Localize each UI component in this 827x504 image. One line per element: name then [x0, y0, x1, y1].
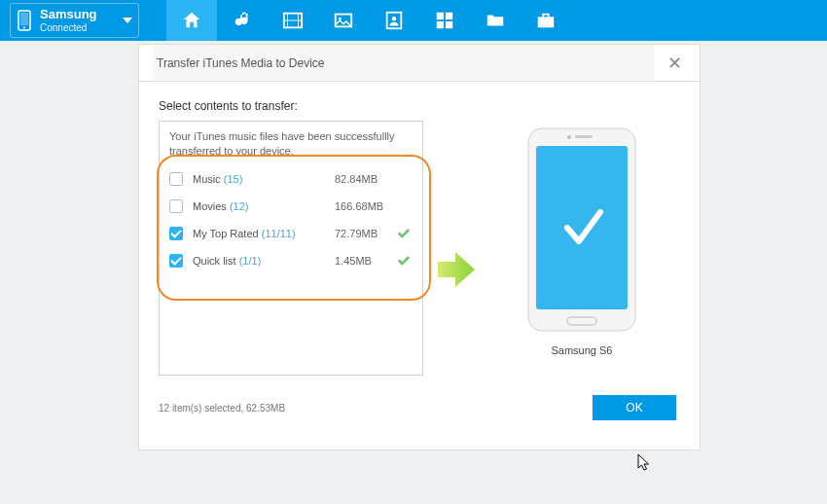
nav-video[interactable]	[268, 0, 318, 41]
checkbox-checked[interactable]	[169, 254, 183, 268]
list-row[interactable]: Movies (12) 166.68MB	[160, 193, 422, 220]
transfer-modal: Transfer iTunes Media to Device ✕ Select…	[138, 44, 701, 450]
arrow-right-icon	[432, 246, 479, 293]
modal-header: Transfer iTunes Media to Device ✕	[139, 45, 700, 82]
list-row[interactable]: My Top Rated (11/11) 72.79MB	[160, 220, 422, 247]
content-area: Transfer iTunes Media to Device ✕ Select…	[0, 41, 827, 504]
nav-photos[interactable]	[318, 0, 369, 41]
status-message: Your iTunes music files have been succes…	[160, 122, 422, 165]
device-selector[interactable]: Samsung Connected	[10, 3, 139, 37]
svg-rect-14	[445, 21, 451, 28]
check-icon	[395, 228, 413, 238]
folder-icon	[485, 10, 506, 31]
svg-rect-11	[436, 13, 443, 19]
nav-files[interactable]	[470, 0, 521, 41]
music-icon	[232, 10, 253, 31]
row-label: Movies (12)	[193, 200, 335, 212]
nav-bar	[166, 0, 571, 41]
checkbox[interactable]	[169, 172, 183, 186]
row-size: 72.79MB	[335, 228, 395, 239]
list-row[interactable]: Music (15) 82.84MB	[160, 165, 422, 193]
topbar: Samsung Connected	[0, 0, 827, 41]
home-icon	[181, 10, 202, 31]
svg-rect-15	[537, 17, 554, 27]
ok-button[interactable]: OK	[593, 395, 676, 420]
device-status: Connected	[40, 22, 97, 33]
chevron-down-icon	[123, 18, 132, 23]
apps-icon	[434, 10, 455, 31]
row-label: My Top Rated (11/11)	[193, 228, 335, 239]
selection-summary: 12 item(s) selected, 62.53MB	[159, 403, 285, 414]
svg-rect-1	[20, 13, 28, 25]
target-device-pane: Samsung S6	[499, 121, 665, 356]
nav-home[interactable]	[166, 0, 217, 41]
mouse-cursor	[637, 453, 653, 473]
phone-illustration	[524, 125, 639, 335]
row-size: 1.45MB	[335, 255, 395, 267]
list-row[interactable]: Quick list (1/1) 1.45MB	[160, 247, 422, 274]
row-size: 166.68MB	[335, 200, 395, 212]
svg-rect-12	[445, 13, 451, 19]
device-name: Samsung	[40, 8, 97, 21]
svg-rect-17	[536, 146, 628, 309]
svg-rect-13	[436, 21, 443, 28]
contacts-icon	[383, 10, 405, 31]
nav-apps[interactable]	[419, 0, 470, 41]
check-icon	[395, 255, 413, 266]
nav-music[interactable]	[217, 0, 268, 41]
target-device-name: Samsung S6	[499, 344, 665, 356]
image-icon	[333, 10, 354, 31]
briefcase-icon	[535, 10, 557, 31]
row-size: 82.84MB	[335, 173, 395, 185]
row-label: Music (15)	[193, 173, 335, 185]
svg-point-18	[567, 135, 571, 139]
modal-footer: 12 item(s) selected, 62.53MB OK	[159, 395, 680, 420]
svg-point-2	[23, 26, 25, 28]
row-label: Quick list (1/1)	[193, 255, 335, 267]
device-info: Samsung Connected	[40, 8, 97, 32]
modal-body: Select contents to transfer: Your iTunes…	[139, 82, 700, 430]
modal-title: Transfer iTunes Media to Device	[153, 45, 654, 81]
content-list-box: Your iTunes music files have been succes…	[159, 121, 423, 376]
checkbox-checked[interactable]	[169, 227, 183, 240]
film-icon	[282, 10, 304, 31]
svg-point-10	[391, 17, 396, 21]
svg-rect-19	[575, 135, 593, 138]
transfer-arrow	[431, 142, 480, 397]
nav-contacts[interactable]	[369, 0, 419, 41]
checkbox[interactable]	[169, 199, 183, 213]
select-label: Select contents to transfer:	[159, 99, 680, 113]
nav-toolbox[interactable]	[521, 0, 571, 41]
phone-icon	[17, 10, 32, 31]
close-icon[interactable]: ✕	[664, 53, 686, 74]
